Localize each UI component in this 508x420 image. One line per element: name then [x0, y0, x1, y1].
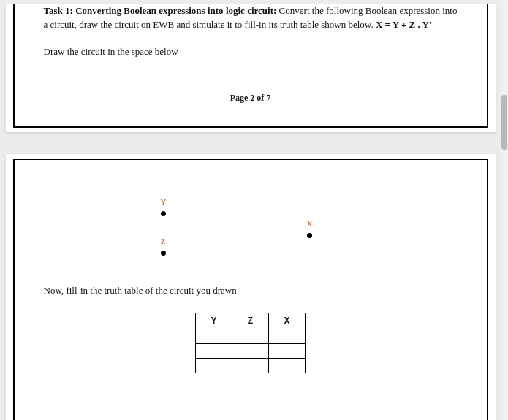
col-y: Y: [196, 313, 232, 329]
table-row: [196, 343, 306, 358]
terminal-y-label: Y: [161, 197, 167, 206]
vertical-scrollbar[interactable]: [501, 0, 508, 420]
document-viewport[interactable]: Task 1: Converting Boolean expressions i…: [0, 0, 501, 420]
table-row: [196, 329, 306, 343]
page-2-content: Task 1: Converting Boolean expressions i…: [13, 4, 488, 128]
terminal-z: Z: [161, 236, 166, 256]
page-3: Y Z X Now, fill-in the truth table of th…: [6, 154, 496, 420]
page-3-content: Y Z X Now, fill-in the truth table of th…: [13, 159, 488, 420]
terminal-x-label: X: [307, 219, 313, 228]
col-z: Z: [232, 313, 269, 329]
scrollbar-thumb[interactable]: [501, 95, 507, 150]
table-header-row: Y Z X: [196, 313, 306, 329]
dot-icon: [161, 211, 166, 216]
task-equation: X = Y + Z . Y': [376, 19, 432, 30]
col-x: X: [269, 313, 306, 329]
terminal-x: X: [307, 218, 313, 238]
truth-table: Y Z X: [195, 313, 306, 373]
circuit-terminals-area: Y Z X: [44, 196, 458, 277]
fill-instruction: Now, fill-in the truth table of the circ…: [44, 284, 458, 298]
terminal-z-label: Z: [161, 237, 166, 245]
page-2: Task 1: Converting Boolean expressions i…: [6, 4, 496, 132]
dot-icon: [307, 233, 312, 238]
dot-icon: [161, 251, 166, 256]
page-number: Page 2 of 7: [44, 92, 458, 104]
table-row: [196, 358, 306, 373]
terminal-y: Y: [161, 196, 167, 216]
draw-instruction: Draw the circuit in the space below: [44, 45, 458, 59]
task-paragraph: Task 1: Converting Boolean expressions i…: [44, 4, 458, 32]
task-title: Task 1: Converting Boolean expressions i…: [44, 5, 277, 16]
